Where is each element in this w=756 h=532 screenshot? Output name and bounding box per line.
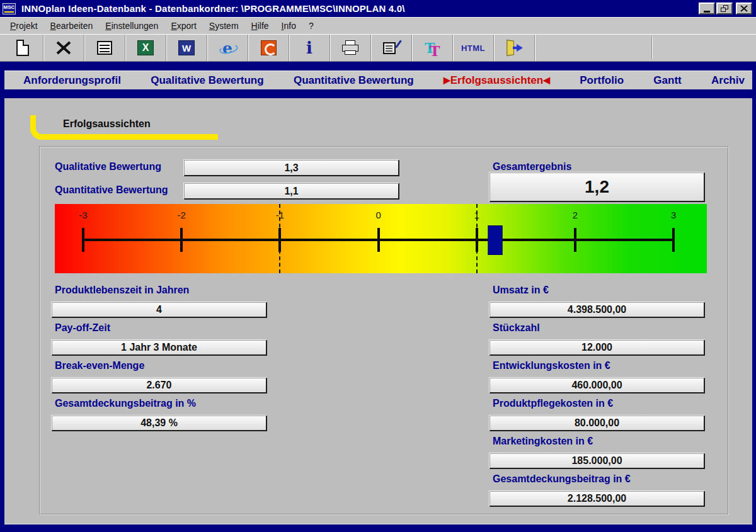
break-even-menge-value: 2.670 [52,378,267,393]
orange-app-button[interactable] [248,35,289,61]
minimize-icon [704,11,710,13]
scale-tick-label: 2 [573,210,578,220]
exit-door-icon [505,40,523,56]
qualitative-bewertung-label: Qualitative Bewertung [55,161,161,173]
marketingkosten-value: 185.000,00 [490,453,705,469]
page-title: Erfolgsaussichten [63,118,151,130]
new-document-icon [16,40,29,56]
scale-tick [180,228,183,252]
produktlebenszeit-label: Produktlebenszeit in Jahren [55,285,189,296]
pay-off-zeit-label: Pay-off-Zeit [55,322,110,334]
excel-export-button[interactable]: X [125,35,166,61]
tab-bar: Anforderungsprofil Qualitative Bewertung… [4,71,752,89]
list-icon [97,41,112,55]
minimize-button[interactable] [699,3,715,14]
erfolgsaussichten-panel: Qualitative Bewertung 1,3 Quantitative B… [39,146,729,515]
delete-button[interactable] [43,35,84,61]
orange-app-icon [261,40,277,55]
html-icon: HTML [461,43,485,53]
scale-tick [574,228,576,252]
gesamtdeckungsbeitrag-prozent-value: 48,39 % [52,416,267,431]
fonts-icon: TT [424,40,440,56]
menu-export[interactable]: Export [166,19,201,33]
rating-scale: -3 -2 -1 0 1 2 3 [55,204,707,273]
umsatz-value: 4.398.500,00 [490,302,705,318]
menu-hilfe[interactable]: Hilfe [246,19,274,33]
app-logo-icon[interactable]: MSC [3,3,16,14]
word-icon: W [178,40,195,55]
produktpflegekosten-label: Produktpflegekosten in € [493,398,613,409]
new-document-button[interactable] [3,35,43,61]
scale-tick-label: 3 [671,210,676,220]
close-icon [740,5,748,12]
toolbar-separator [651,37,652,59]
info-button[interactable]: i [289,35,330,61]
stueckzahl-label: Stückzahl [493,322,540,334]
internet-explorer-icon: e [219,40,236,56]
tab-portfolio[interactable]: Portfolio [580,74,624,87]
tab-gantt[interactable]: Gantt [653,74,681,87]
scale-tick-label: 0 [375,210,381,220]
restore-icon [721,5,728,12]
window-title: INNOplan Ideen-Datenbank - Datenbankordn… [21,3,405,14]
scale-tick [672,228,675,252]
tab-archiv[interactable]: Archiv [711,74,745,87]
umsatz-label: Umsatz in € [493,285,549,296]
gesamtergebnis-label: Gesamtergebnis [493,161,571,173]
application-window: MSC INNOplan Ideen-Datenbank - Datenbank… [0,0,756,532]
gesamtergebnis-value: 1,2 [490,173,705,202]
html-export-button[interactable]: HTML [453,35,494,61]
menu-system[interactable]: System [204,19,244,33]
menu-help[interactable]: ? [304,19,319,33]
delete-x-icon [55,40,72,55]
active-tab-right-arrow-icon: ◀ [543,75,550,85]
content-area: Erfolgsaussichten Qualitative Bewertung … [4,98,752,524]
gesamtdeckungsbeitrag-euro-label: Gesamtdeckungsbeitrag in € [493,473,631,485]
menu-einstellungen[interactable]: Einstellungen [100,19,163,33]
menu-projekt[interactable]: Projekt [5,19,43,33]
break-even-menge-label: Break-even-Menge [55,360,144,371]
printer-icon [341,40,359,55]
marketingkosten-label: Marketingkosten in € [493,436,593,447]
pay-off-zeit-value: 1 Jahr 3 Monate [52,340,267,356]
gesamtdeckungsbeitrag-euro-value: 2.128.500,00 [490,491,705,507]
browser-button[interactable]: e [207,35,248,61]
exit-button[interactable] [494,35,535,61]
tab-quantitative-bewertung[interactable]: Quantitative Bewertung [294,74,414,87]
menu-info[interactable]: Info [277,19,301,33]
close-button[interactable] [736,3,752,14]
properties-icon [383,40,399,55]
word-export-button[interactable]: W [166,35,207,61]
list-view-button[interactable] [84,35,125,61]
quantitative-bewertung-label: Quantitative Bewertung [55,184,168,196]
toolbar: X W e i TT HTML [0,34,756,62]
qualitative-bewertung-value: 1,3 [184,160,399,176]
tab-anforderungsprofil[interactable]: Anforderungsprofil [23,74,121,87]
entwicklungskosten-label: Entwicklungskosten in € [493,360,610,371]
quantitative-bewertung-value: 1,1 [184,183,399,200]
menu-bearbeiten[interactable]: Bearbeiten [45,19,98,33]
threshold-line-minus1 [279,204,280,273]
entwicklungskosten-value: 460.000,00 [490,378,705,393]
fonts-button[interactable]: TT [412,35,453,61]
title-bar: MSC INNOplan Ideen-Datenbank - Datenbank… [0,0,756,17]
tab-qualitative-bewertung[interactable]: Qualitative Bewertung [151,74,263,87]
restore-button[interactable] [716,3,733,14]
result-marker [488,225,503,255]
scale-tick [82,228,84,252]
produktpflegekosten-value: 80.000,00 [490,416,705,431]
info-icon: i [306,40,312,56]
active-tab-left-arrow-icon: ▶ [444,75,450,85]
scale-tick-label: -3 [79,210,87,220]
threshold-line-plus1 [476,204,478,273]
scale-tick [377,228,380,252]
print-button[interactable] [330,35,371,61]
gesamtdeckungsbeitrag-prozent-label: Gesamtdeckungsbeitrag in % [55,398,196,409]
tab-erfolgsaussichten[interactable]: ▶Erfolgsaussichten◀ [444,74,550,87]
properties-button[interactable] [371,35,412,61]
scale-tick-label: -2 [178,210,186,220]
produktlebenszeit-value: 4 [52,302,267,318]
menu-bar: Projekt Bearbeiten Einstellungen Export … [0,17,756,34]
stueckzahl-value: 12.000 [490,340,705,356]
excel-icon: X [137,40,154,55]
